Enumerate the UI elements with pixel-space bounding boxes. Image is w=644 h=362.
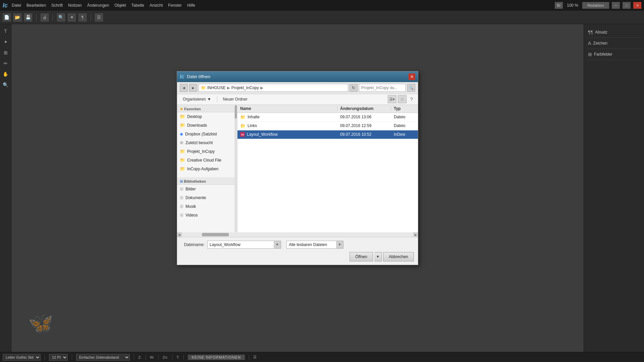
libraries-header: ⊞ Bibliotheken <box>177 177 237 185</box>
filename-label: Dateiname: <box>181 242 205 247</box>
sidebar-item-musik[interactable]: ⊞ Musik <box>177 202 237 211</box>
filename-input[interactable] <box>207 241 281 249</box>
align-icon[interactable]: ☰ <box>95 13 103 21</box>
pilcrow-icon[interactable]: ¶ <box>78 13 87 21</box>
sidebar-item-dokumente[interactable]: ⊞ Dokumente <box>177 193 237 202</box>
col-header-name[interactable]: Name <box>237 106 337 111</box>
menu-tabelle[interactable]: Tabelle <box>131 3 144 8</box>
address-path[interactable]: 📁 INHOUSE ▶ Projekt_InCopy ▶ <box>199 84 348 92</box>
col-header-date[interactable]: Änderungsdatum <box>337 106 391 111</box>
back-button[interactable]: ◄ <box>180 84 188 92</box>
left-pane-scrollbar[interactable] <box>234 105 237 232</box>
open-icon[interactable]: 📂 <box>13 13 21 21</box>
favorites-label: Favoriten <box>184 107 201 111</box>
menu-bearbeiten[interactable]: Bearbeiten <box>26 3 46 8</box>
left-pane-scroll[interactable]: ★ Favoriten 📁 Desktop 📁 Downloads <box>177 105 237 232</box>
status-sep-2 <box>72 355 72 360</box>
hand-tool-icon[interactable]: ✋ <box>1 70 10 78</box>
sidebar-item-dropbox[interactable]: ◈ Dropbox (Satzkist <box>177 130 237 138</box>
save-icon[interactable]: 💾 <box>24 13 32 21</box>
pen-tool-icon[interactable]: ✏ <box>1 59 10 68</box>
minimize-button[interactable]: ─ <box>612 2 620 9</box>
filetype-dropdown-button[interactable]: ▼ <box>336 241 343 249</box>
layout-indesign-icon: Id <box>240 132 245 137</box>
refresh-button[interactable]: ↻ <box>350 84 358 92</box>
right-panel-item-absatz[interactable]: ¶¶ Absatz <box>587 27 641 38</box>
sidebar-item-incopy-aufgaben[interactable]: 📁 InCopy-Aufgaben <box>177 165 237 173</box>
menu-datei[interactable]: Datei <box>12 3 21 8</box>
forward-button[interactable]: ► <box>189 84 197 92</box>
musik-icon: ⊞ <box>180 204 183 209</box>
close-button[interactable]: ✕ <box>633 2 641 9</box>
projekt-label: Projekt_InCopy <box>187 149 215 154</box>
z-label: Z: <box>138 355 142 359</box>
bilder-label: Bilder <box>185 187 196 191</box>
right-panel-item-farbfelder[interactable]: ⊞ Farbfelder <box>587 49 641 60</box>
filename-dropdown-button[interactable]: ▼ <box>274 241 281 249</box>
organize-button[interactable]: Organisieren ▼ <box>180 95 214 103</box>
open-button[interactable]: Öffnen <box>350 252 373 261</box>
hscroll-left-button[interactable]: ◄ <box>177 232 182 237</box>
menu-notizen[interactable]: Notizen <box>68 3 82 8</box>
sidebar-item-creative-cloud[interactable]: 📁 Creative Cloud File <box>177 156 237 165</box>
file-row-links[interactable]: 📁 Links 09.07.2016 12:59 Dateio <box>237 122 418 130</box>
sidebar-item-zuletzt[interactable]: ⊛ Zuletzt besucht <box>177 138 237 147</box>
address-search-input[interactable] <box>359 84 406 92</box>
search-button[interactable]: 🔍 <box>407 84 415 92</box>
bridge-button[interactable]: Br <box>555 2 563 9</box>
size-dropdown[interactable]: 12 Pt <box>49 354 68 361</box>
select-tool-icon[interactable]: ✦ <box>1 38 10 46</box>
toolbar-sep-1 <box>217 96 217 103</box>
menu-hilfe[interactable]: Hilfe <box>187 3 195 8</box>
layout-type: InDesi <box>391 132 418 137</box>
sidebar-item-desktop[interactable]: 📁 Desktop <box>177 112 237 121</box>
special-icon[interactable]: ✦ <box>68 13 76 21</box>
horizontal-scrollbar[interactable]: ◄ ► <box>177 232 418 237</box>
preview-button[interactable]: □ <box>398 95 407 103</box>
menu-fenster[interactable]: Fenster <box>168 3 182 8</box>
dialog-close-button[interactable]: ✕ <box>409 73 415 80</box>
sidebar-item-videos[interactable]: ⊞ Videos <box>177 211 237 220</box>
dialog-overlay: Ic Datei öffnen ✕ ◄ ► 📁 INHOUSE ▶ Projek… <box>11 24 584 352</box>
menu-schrift[interactable]: Schrift <box>51 3 63 8</box>
frame-tool-icon[interactable]: ⊞ <box>1 48 10 57</box>
file-row-inhalte[interactable]: 📁 Inhalte 09.07.2016 13:06 Dateio <box>237 113 418 122</box>
filetype-input[interactable] <box>286 241 343 249</box>
text-tool-icon[interactable]: T <box>1 27 10 36</box>
hscroll-right-button[interactable]: ► <box>413 232 418 237</box>
menu-aenderungen[interactable]: Änderungen <box>87 3 109 8</box>
cancel-button[interactable]: Abbrechen <box>383 252 414 261</box>
new-folder-button[interactable]: Neuer Ordner <box>220 95 251 103</box>
line-dropdown[interactable]: Einfacher Zeilenabstand <box>76 354 130 361</box>
layout-label: Layout_Workflow <box>247 132 278 137</box>
titlebar-left: Ic Datei Bearbeiten Schrift Notizen Ände… <box>3 2 195 9</box>
help-button[interactable]: ? <box>408 96 415 103</box>
file-row-layout-workflow[interactable]: Id Layout_Workflow 09.07.2016 10:52 InDe… <box>237 130 418 139</box>
layout-label[interactable]: Redaktion <box>582 2 609 9</box>
new-icon[interactable]: 📄 <box>3 13 11 21</box>
file-name-inhalte: 📁 Inhalte <box>237 115 337 120</box>
titlebar-right: Br 100 % Redaktion ─ □ ✕ <box>555 2 641 9</box>
file-list-header: Name Änderungsdatum Typ <box>237 105 418 113</box>
dokumente-icon: ⊞ <box>180 195 183 200</box>
maximize-button[interactable]: □ <box>623 2 631 9</box>
menu-ansicht[interactable]: Ansicht <box>150 3 163 8</box>
status-bar: Letter Gothic Std 12 Pt Einfacher Zeilen… <box>0 352 644 362</box>
status-sep-5 <box>158 355 159 360</box>
sidebar-item-projekt[interactable]: 📁 Projekt_InCopy <box>177 147 237 156</box>
col-header-type[interactable]: Typ <box>391 106 418 111</box>
content-area: 🦋 Ic Datei öffnen ✕ ◄ ► 📁 <box>11 24 584 352</box>
zoom-tool-icon[interactable]: 🔍 <box>1 80 10 89</box>
status-extra: ☰ <box>253 355 257 359</box>
view-buttons: ☰▾ □ ? <box>388 95 415 103</box>
search-icon[interactable]: 🔍 <box>57 13 65 21</box>
list-view-button[interactable]: ☰▾ <box>388 95 396 103</box>
sidebar-item-downloads[interactable]: 📁 Downloads <box>177 121 237 130</box>
menu-objekt[interactable]: Objekt <box>114 3 126 8</box>
font-dropdown[interactable]: Letter Gothic Std <box>3 354 41 361</box>
hscroll-track[interactable] <box>182 232 413 237</box>
print-icon[interactable]: 🖨 <box>41 13 49 21</box>
sidebar-item-bilder[interactable]: ⊞ Bilder <box>177 185 237 193</box>
open-arrow-button[interactable]: ▼ <box>374 252 382 261</box>
right-panel-item-zeichen[interactable]: A Zeichen <box>587 38 641 49</box>
